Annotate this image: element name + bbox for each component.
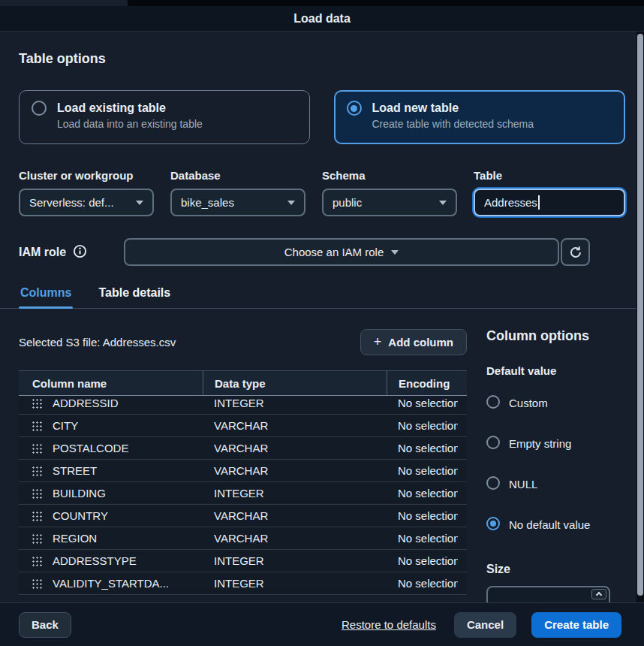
cluster-field: Cluster or workgroup Serverless: def... xyxy=(19,169,154,216)
iam-role-select[interactable]: Choose an IAM role xyxy=(124,238,559,266)
table-row: VALIDITY_STARTDA... INTEGER No selection xyxy=(19,572,467,595)
dialog-body: Table options Load existing table Load d… xyxy=(0,32,644,602)
chevron-down-icon xyxy=(391,250,399,255)
cancel-button[interactable]: Cancel xyxy=(454,612,516,638)
dialog-header: Load data xyxy=(0,6,644,32)
encoding-cell[interactable]: No selection xyxy=(387,487,458,500)
dialog-footer: Back Restore to defaults Cancel Create t… xyxy=(0,602,644,646)
database-field: Database bike_sales xyxy=(170,169,305,216)
header-data-type: Data type xyxy=(203,371,387,395)
option-description: Load data into an existing table xyxy=(57,118,203,130)
data-type-cell[interactable]: VARCHAR xyxy=(203,442,387,454)
option-text: Load existing table Load data into an ex… xyxy=(57,101,203,130)
option-load-new-table[interactable]: Load new table Create table with detecte… xyxy=(334,90,626,144)
schema-field: Schema public xyxy=(322,169,457,216)
encoding-cell[interactable]: No selection xyxy=(387,442,458,454)
database-label: Database xyxy=(170,169,305,182)
drag-handle-icon[interactable] xyxy=(32,398,42,409)
columns-table: Column name Data type Encoding ADDRESSID… xyxy=(19,370,467,596)
chevron-down-icon xyxy=(136,201,143,205)
data-type-cell[interactable]: INTEGER xyxy=(203,577,387,590)
encoding-cell[interactable]: No selection xyxy=(387,464,458,477)
add-column-button[interactable]: + Add column xyxy=(360,329,467,355)
data-type-cell[interactable]: VARCHAR xyxy=(203,419,387,432)
default-value-radio-group: Custom Empty string NULL No default valu… xyxy=(486,394,625,534)
refresh-button[interactable] xyxy=(561,238,590,266)
table-options-title: Table options xyxy=(19,51,625,67)
drag-handle-icon[interactable] xyxy=(32,578,42,589)
column-name-cell: ADDRESSID xyxy=(53,397,119,409)
table-row: POSTALCODE VARCHAR No selection xyxy=(19,437,467,460)
encoding-cell[interactable]: No selection xyxy=(387,532,458,545)
data-type-cell[interactable]: INTEGER xyxy=(203,397,387,409)
tab-table-details[interactable]: Table details xyxy=(97,286,172,308)
radio-unselected-icon[interactable] xyxy=(486,395,500,409)
data-type-cell[interactable]: VARCHAR xyxy=(203,509,387,522)
drag-handle-icon[interactable] xyxy=(32,443,42,454)
radio-custom[interactable]: Custom xyxy=(486,394,625,412)
size-input[interactable] xyxy=(486,586,610,602)
connection-fields-row: Cluster or workgroup Serverless: def... … xyxy=(19,169,625,216)
iam-label-group: IAM role xyxy=(19,244,124,261)
table-name-value: Addresses xyxy=(484,196,537,209)
create-table-button[interactable]: Create table xyxy=(531,612,621,638)
table-row: COUNTRY VARCHAR No selection xyxy=(19,505,467,527)
table-row: BUILDING INTEGER No selection xyxy=(19,482,467,505)
scrollbar-thumb[interactable] xyxy=(637,34,643,596)
iam-role-label: IAM role xyxy=(19,246,66,259)
info-icon[interactable] xyxy=(73,244,87,261)
add-column-label: Add column xyxy=(388,336,453,349)
drag-handle-icon[interactable] xyxy=(32,421,42,431)
cluster-select[interactable]: Serverless: def... xyxy=(19,189,154,216)
drag-handle-icon[interactable] xyxy=(32,466,42,476)
columns-table-body[interactable]: ADDRESSID INTEGER No selection CITY VARC… xyxy=(19,396,467,596)
drag-handle-icon[interactable] xyxy=(32,533,42,544)
vertical-scrollbar[interactable] xyxy=(636,32,644,602)
data-type-cell[interactable]: VARCHAR xyxy=(203,464,387,477)
drag-handle-icon[interactable] xyxy=(32,511,42,521)
text-cursor xyxy=(538,195,540,210)
table-row: STREET VARCHAR No selection xyxy=(19,460,467,482)
top-strip xyxy=(0,0,644,6)
encoding-cell[interactable]: No selection xyxy=(387,419,458,432)
iam-role-placeholder: Choose an IAM role xyxy=(284,246,384,258)
cluster-value: Serverless: def... xyxy=(29,196,114,209)
option-load-existing-table[interactable]: Load existing table Load data into an ex… xyxy=(19,90,310,144)
encoding-cell[interactable]: No selection xyxy=(387,509,458,522)
radio-unselected-icon[interactable] xyxy=(486,476,500,490)
table-name-input[interactable]: Addresses xyxy=(474,189,625,216)
radio-selected-icon[interactable] xyxy=(347,101,362,116)
columns-left-panel: Selected S3 file: Addresses.csv + Add co… xyxy=(19,328,467,602)
database-select[interactable]: bike_sales xyxy=(170,189,305,216)
column-name-cell: VALIDITY_STARTDA... xyxy=(53,577,169,590)
columns-content: Selected S3 file: Addresses.csv + Add co… xyxy=(19,328,625,602)
radio-unselected-icon[interactable] xyxy=(486,436,500,449)
encoding-cell[interactable]: No selection xyxy=(387,577,458,590)
default-value-label: Default value xyxy=(486,364,625,377)
table-row: ADDRESSTYPE INTEGER No selection xyxy=(19,550,467,572)
radio-selected-icon[interactable] xyxy=(486,517,500,530)
restore-to-defaults-link[interactable]: Restore to defaults xyxy=(342,618,436,631)
drag-handle-icon[interactable] xyxy=(32,488,42,499)
column-options-panel: Column options Default value Custom Empt… xyxy=(486,328,625,602)
radio-null[interactable]: NULL xyxy=(486,475,625,494)
column-name-cell: ADDRESSTYPE xyxy=(53,554,137,567)
data-type-cell[interactable]: INTEGER xyxy=(203,487,387,500)
iam-role-row: IAM role Choose an IAM role xyxy=(19,238,590,266)
tab-columns[interactable]: Columns xyxy=(19,286,73,308)
back-button[interactable]: Back xyxy=(19,612,71,638)
encoding-cell[interactable]: No selection xyxy=(387,397,458,409)
radio-unselected-icon[interactable] xyxy=(32,101,47,116)
radio-label: Empty string xyxy=(509,434,571,453)
encoding-cell[interactable]: No selection xyxy=(387,554,458,567)
radio-no-default-value[interactable]: No default value xyxy=(486,515,625,534)
option-description: Create table with detected schema xyxy=(372,118,534,130)
stepper-up-button[interactable] xyxy=(591,589,606,599)
data-type-cell[interactable]: INTEGER xyxy=(203,554,387,567)
column-options-title: Column options xyxy=(486,328,625,344)
schema-select[interactable]: public xyxy=(322,189,457,216)
drag-handle-icon[interactable] xyxy=(32,556,42,566)
table-row: CITY VARCHAR No selection xyxy=(19,415,467,437)
data-type-cell[interactable]: VARCHAR xyxy=(203,532,387,545)
radio-empty-string[interactable]: Empty string xyxy=(486,434,625,453)
